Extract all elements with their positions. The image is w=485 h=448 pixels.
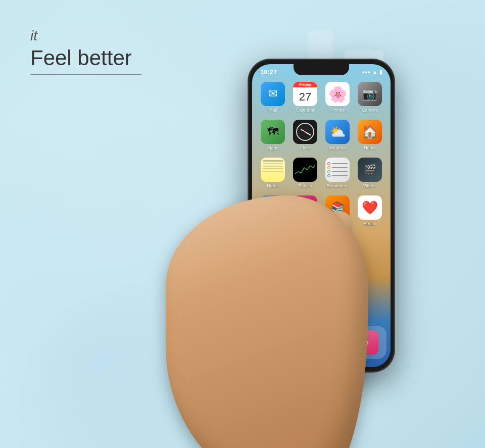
calendar-day-name: Friday [293, 82, 317, 87]
signal-icon: ●●● [362, 70, 370, 75]
app-icon-videos[interactable]: 🎬 Videos [357, 158, 382, 188]
app-label-home: Home [364, 145, 376, 151]
main-container: it Feel better 10:27 ●●● ▲ ▮ [0, 0, 485, 448]
app-label-mail: Mail [269, 108, 277, 113]
status-time: 10:27 [260, 68, 277, 76]
app-icon-stocks[interactable]: Stocks [293, 158, 318, 188]
app-label-stocks: Stocks [298, 183, 312, 188]
app-icon-home[interactable]: 🏠 Home [357, 120, 382, 151]
notch [294, 64, 349, 75]
app-icon-photos[interactable]: 🌸 Photos [325, 82, 350, 113]
tagline-main: Feel better [30, 46, 141, 70]
app-label-maps: Maps [267, 145, 278, 151]
app-icon-health[interactable]: ❤️ Health [357, 195, 382, 231]
app-icon-maps[interactable]: 🗺 Maps [260, 120, 285, 151]
app-label-reminders: Reminders [326, 183, 349, 188]
app-label-weather: Weather [329, 145, 346, 151]
hand-shape [166, 195, 368, 448]
wifi-icon: ▲ [372, 69, 377, 75]
app-icon-camera[interactable]: 📷 Camera [357, 82, 382, 113]
app-label-videos: Videos [363, 183, 376, 188]
app-label-photos: Photos [330, 108, 345, 113]
app-label-health: Health [363, 221, 376, 226]
app-label-notes: Notes [267, 183, 279, 188]
app-icon-weather[interactable]: ⛅ Weather [325, 120, 350, 151]
app-icon-mail[interactable]: ✉ Mail [260, 82, 285, 113]
app-icon-clock[interactable]: Clock [293, 120, 318, 151]
tagline-block: it Feel better [30, 28, 141, 75]
app-label-camera: Camera [362, 108, 378, 113]
app-label-clock: Clock [300, 145, 311, 151]
tagline-it: it [30, 28, 141, 44]
status-icons: ●●● ▲ ▮ [362, 69, 382, 75]
tagline-underline [30, 74, 141, 75]
app-icon-reminders[interactable]: Reminders [325, 158, 350, 188]
app-label-calendar: Calendar [296, 108, 315, 113]
app-icon-notes[interactable]: Notes [260, 158, 285, 188]
calendar-date-num: 27 [293, 87, 317, 106]
battery-icon: ▮ [379, 69, 382, 75]
app-icon-calendar[interactable]: Friday 27 Calendar [293, 82, 318, 113]
